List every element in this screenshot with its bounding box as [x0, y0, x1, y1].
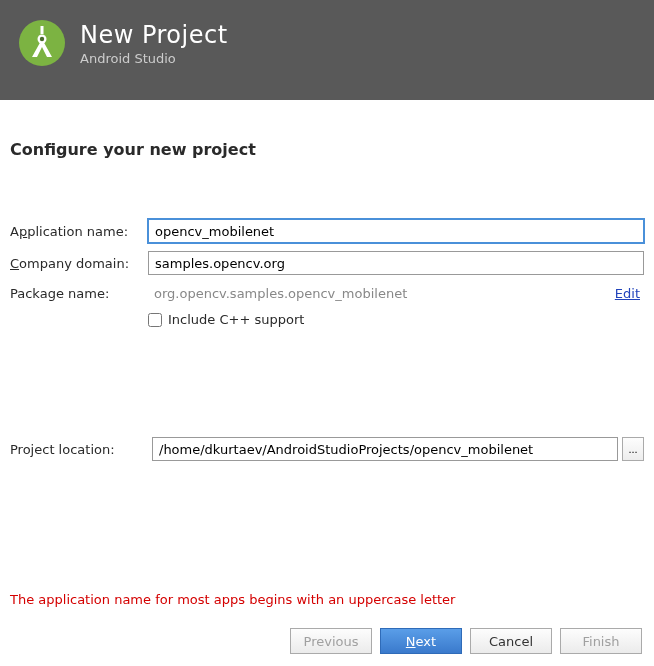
- dialog-button-row: Previous Next Cancel Finish: [290, 628, 642, 654]
- svg-point-2: [40, 37, 44, 41]
- browse-button[interactable]: ...: [622, 437, 644, 461]
- dialog-subtitle: Android Studio: [80, 51, 228, 66]
- cpp-support-label[interactable]: Include C++ support: [168, 312, 304, 327]
- cpp-support-checkbox[interactable]: [148, 313, 162, 327]
- previous-button: Previous: [290, 628, 372, 654]
- cancel-button[interactable]: Cancel: [470, 628, 552, 654]
- warning-message: The application name for most apps begin…: [10, 592, 455, 607]
- android-studio-logo: [18, 19, 66, 67]
- company-domain-input[interactable]: [148, 251, 644, 275]
- svg-rect-3: [41, 26, 44, 34]
- project-location-label: Project location:: [10, 442, 148, 457]
- dialog-title: New Project: [80, 21, 228, 49]
- next-button[interactable]: Next: [380, 628, 462, 654]
- finish-button: Finish: [560, 628, 642, 654]
- app-name-input[interactable]: [148, 219, 644, 243]
- package-name-value: org.opencv.samples.opencv_mobilenet: [148, 283, 615, 304]
- app-name-label: Application name:: [10, 224, 148, 239]
- dialog-header: New Project Android Studio: [0, 0, 654, 100]
- section-title: Configure your new project: [10, 140, 644, 159]
- company-domain-label: Company domain:: [10, 256, 148, 271]
- package-name-label: Package name:: [10, 286, 148, 301]
- edit-package-link[interactable]: Edit: [615, 286, 644, 301]
- project-location-input[interactable]: [152, 437, 618, 461]
